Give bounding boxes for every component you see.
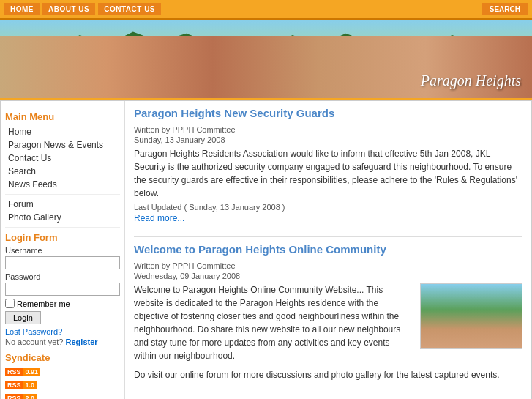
banner-title: Paragon Heights [421, 72, 521, 89]
username-label: Username [5, 246, 120, 255]
rss-10-badge[interactable]: RSS 1.0 [5, 379, 64, 391]
syndicate-title: Syndicate [5, 352, 120, 363]
register-link[interactable]: Register [66, 338, 98, 346]
article-2-body2: Do visit our online forum for more discu… [134, 368, 522, 381]
rss-091-badge[interactable]: RSS 0.91 [5, 366, 64, 378]
login-form: Username Password Remember me Login Lost… [5, 246, 120, 346]
article-1: Paragon Heights New Security Guards Writ… [134, 107, 522, 223]
rss-version: 2.0 [23, 394, 37, 399]
main-content: Paragon Heights New Security Guards Writ… [125, 101, 531, 399]
rss-icon: RSS [5, 381, 23, 389]
article-2-image [420, 283, 522, 349]
rss-20-badge[interactable]: RSS 2.0 [5, 392, 64, 399]
main-wrapper: Main Menu Home Paragon News & Events Con… [0, 100, 532, 399]
article-1-date: Sunday, 13 January 2008 [134, 135, 522, 144]
password-input[interactable] [5, 283, 120, 296]
remember-label: Remember me [17, 299, 70, 308]
about-nav-button[interactable]: ABOUT US [42, 3, 95, 15]
sidebar-item-news[interactable]: Paragon News & Events [5, 138, 120, 152]
home-nav-button[interactable]: HOME [4, 3, 40, 15]
sidebar-item-contact[interactable]: Contact Us [5, 152, 120, 165]
sidebar-divider-1 [5, 194, 120, 195]
contact-nav-button[interactable]: CONTACT US [98, 3, 161, 15]
article-2-title: Welcome to Paragon Heights Online Commun… [134, 243, 522, 258]
sidebar: Main Menu Home Paragon News & Events Con… [1, 101, 125, 399]
remember-row: Remember me [5, 299, 120, 308]
rss-badges: RSS 0.91 RSS 1.0 RSS 2.0 ATOM 0.3 OPML [5, 366, 120, 399]
article-2: Welcome to Paragon Heights Online Commun… [134, 243, 522, 381]
sidebar-item-home[interactable]: Home [5, 125, 120, 138]
lost-password-link[interactable]: Lost Password? [5, 327, 62, 336]
sidebar-item-gallery[interactable]: Photo Gallery [5, 211, 120, 224]
username-input[interactable] [5, 256, 120, 269]
article-2-author: Written by PPPH Committee [134, 261, 522, 270]
login-button[interactable]: Login [5, 311, 41, 324]
sidebar-item-search[interactable]: Search [5, 165, 120, 178]
top-navigation: HOME ABOUT US CONTACT US SEARCH [0, 0, 532, 20]
article-divider [134, 236, 522, 237]
rss-version: 0.91 [23, 368, 41, 376]
rss-icon: RSS [5, 394, 23, 399]
login-form-title: Login Form [5, 232, 120, 243]
rss-icon: RSS [5, 368, 23, 376]
article-1-author: Written by PPPH Committee [134, 125, 522, 134]
article-1-updated: Last Updated ( Sunday, 13 January 2008 ) [134, 203, 522, 212]
no-account-text: No account yet? Register [5, 338, 120, 346]
main-menu-title: Main Menu [5, 111, 120, 122]
article-1-body: Paragon Heights Residents Association wo… [134, 147, 522, 200]
article-1-read-more[interactable]: Read more... [134, 213, 184, 223]
site-banner: Paragon Heights [0, 20, 532, 100]
rss-version: 1.0 [23, 381, 37, 389]
article-2-content: Welcome to Paragon Heights Online Commun… [134, 283, 522, 381]
remember-checkbox[interactable] [5, 299, 15, 308]
article-2-date: Wednesday, 09 January 2008 [134, 272, 522, 280]
password-label: Password [5, 272, 120, 281]
lost-password-text: Lost Password? [5, 327, 120, 336]
article-1-title: Paragon Heights New Security Guards [134, 107, 522, 122]
sidebar-item-feeds[interactable]: News Feeds [5, 178, 120, 191]
search-nav-button[interactable]: SEARCH [482, 3, 528, 15]
sidebar-divider-2 [5, 227, 120, 228]
sidebar-item-forum[interactable]: Forum [5, 198, 120, 211]
